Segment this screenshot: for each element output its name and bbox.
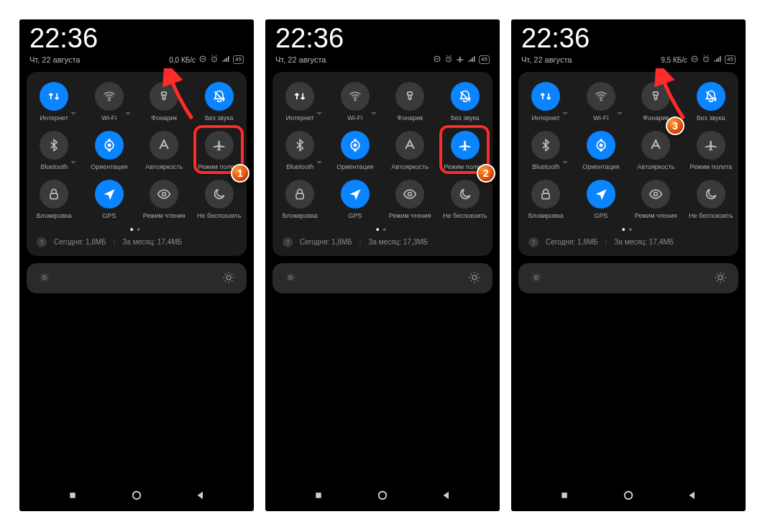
qs-tile-gps[interactable]: GPS bbox=[574, 175, 629, 224]
nav-home-button[interactable] bbox=[376, 489, 389, 503]
nav-back-button[interactable] bbox=[194, 489, 207, 503]
qs-tile-label: Bluetooth bbox=[286, 164, 313, 171]
qs-tile-label: Без звука bbox=[697, 115, 725, 122]
qs-tile-rotation[interactable]: Ориентация bbox=[328, 127, 383, 175]
nav-home-button[interactable] bbox=[622, 489, 635, 503]
brightness-high-icon bbox=[222, 271, 235, 285]
nav-bar bbox=[265, 481, 500, 511]
date-label: Чт, 22 августа bbox=[275, 55, 326, 64]
qs-tile-lock[interactable]: Блокировка bbox=[518, 175, 574, 224]
qs-tile-label: Автояркость bbox=[145, 164, 183, 171]
qs-tile-autobright[interactable]: Автояркость bbox=[382, 127, 438, 175]
qs-tile-airplane[interactable]: Режим полета bbox=[684, 127, 739, 175]
qs-tile-gps[interactable]: GPS bbox=[328, 175, 383, 224]
reading-icon bbox=[395, 180, 424, 208]
data-usage-row[interactable]: ?Сегодня: 1,8МБ|За месяц: 17,4МБ bbox=[518, 233, 738, 249]
expand-caret-icon bbox=[70, 161, 76, 164]
quick-settings-panel: ИнтернетWi-FiФонарикБез звукаBluetoothОр… bbox=[27, 72, 247, 256]
brightness-high-icon bbox=[468, 271, 481, 285]
usage-month: За месяц: 17,4МБ bbox=[614, 238, 674, 246]
brightness-slider[interactable] bbox=[27, 263, 247, 293]
expand-caret-icon bbox=[316, 161, 322, 164]
svg-point-29 bbox=[600, 144, 602, 146]
qs-tile-label: Wi-Fi bbox=[101, 115, 116, 122]
qs-tile-autobright[interactable]: Автояркость bbox=[137, 127, 192, 175]
nav-back-button[interactable] bbox=[686, 489, 699, 503]
qs-tile-flashlight[interactable]: Фонарик bbox=[382, 78, 438, 127]
svg-rect-15 bbox=[408, 92, 413, 95]
lock-icon bbox=[285, 180, 314, 208]
nav-recents-button[interactable] bbox=[558, 489, 571, 503]
network-speed: 9,5 КБ/с bbox=[661, 56, 687, 64]
help-icon: ? bbox=[283, 237, 293, 247]
autobright-icon bbox=[395, 131, 424, 160]
svg-point-33 bbox=[718, 275, 723, 280]
qs-tile-mute[interactable]: Без звука bbox=[438, 78, 493, 127]
brightness-low-icon bbox=[285, 272, 296, 284]
qs-tile-gps[interactable]: GPS bbox=[82, 175, 137, 224]
qs-tile-autobright[interactable]: Автояркость bbox=[628, 127, 684, 175]
date-label: Чт, 22 августа bbox=[29, 55, 80, 64]
svg-point-20 bbox=[289, 275, 293, 279]
qs-tile-label: Интернет bbox=[532, 115, 560, 122]
wifi-icon bbox=[341, 82, 370, 111]
qs-tile-bluetooth[interactable]: Bluetooth bbox=[27, 127, 82, 175]
brightness-high-icon bbox=[714, 271, 727, 285]
dnd-icon bbox=[697, 180, 725, 208]
qs-tile-internet[interactable]: Интернет bbox=[27, 78, 82, 127]
gps-icon bbox=[95, 180, 124, 208]
qs-tile-lock[interactable]: Блокировка bbox=[272, 175, 328, 224]
brightness-slider[interactable] bbox=[518, 263, 738, 293]
qs-tile-bluetooth[interactable]: Bluetooth bbox=[518, 127, 574, 175]
qs-tile-bluetooth[interactable]: Bluetooth bbox=[272, 127, 328, 175]
usage-month: За месяц: 17,4МБ bbox=[122, 238, 182, 246]
qs-tile-label: Wi-Fi bbox=[347, 115, 362, 122]
reading-icon bbox=[150, 180, 178, 208]
qs-tile-wifi[interactable]: Wi-Fi bbox=[328, 78, 383, 127]
qs-tile-mute[interactable]: Без звука bbox=[192, 78, 247, 127]
qs-tile-internet[interactable]: Интернет bbox=[518, 78, 574, 127]
battery-level: 45 bbox=[725, 55, 736, 64]
flashlight-icon bbox=[641, 82, 670, 111]
qs-tile-dnd[interactable]: Не беспокоить bbox=[684, 175, 739, 224]
qs-tile-lock[interactable]: Блокировка bbox=[27, 175, 82, 224]
nav-recents-button[interactable] bbox=[66, 489, 79, 503]
qs-tile-dnd[interactable]: Не беспокоить bbox=[438, 175, 493, 224]
airplane-status-icon bbox=[456, 55, 464, 65]
rotation-icon bbox=[587, 131, 615, 160]
qs-tile-dnd[interactable]: Не беспокоить bbox=[192, 175, 247, 224]
qs-tile-reading[interactable]: Режим чтения bbox=[382, 175, 438, 224]
alarm-status-icon bbox=[444, 55, 453, 65]
svg-point-17 bbox=[354, 144, 356, 146]
data-usage-row[interactable]: ?Сегодня: 1,8МБ|За месяц: 17,4МБ bbox=[27, 233, 247, 249]
nav-recents-button[interactable] bbox=[312, 489, 325, 503]
qs-tile-reading[interactable]: Режим чтения bbox=[628, 175, 684, 224]
expand-caret-icon bbox=[316, 112, 322, 115]
brightness-slider[interactable] bbox=[272, 263, 493, 293]
usage-today: Сегодня: 1,8МБ bbox=[54, 238, 106, 246]
qs-tile-internet[interactable]: Интернет bbox=[272, 78, 328, 127]
signal-status-icon bbox=[467, 55, 476, 65]
qs-tile-reading[interactable]: Режим чтения bbox=[137, 175, 192, 224]
qs-tile-airplane[interactable]: Режим полета bbox=[438, 127, 493, 175]
nav-back-button[interactable] bbox=[440, 489, 453, 503]
qs-tile-wifi[interactable]: Wi-Fi bbox=[574, 78, 629, 127]
qs-tile-airplane[interactable]: Режим полета bbox=[192, 127, 247, 175]
qs-tile-label: GPS bbox=[594, 213, 608, 220]
quick-settings-panel: ИнтернетWi-FiФонарикБез звукаBluetoothОр… bbox=[518, 72, 738, 256]
bluetooth-icon bbox=[531, 131, 560, 160]
data-usage-row[interactable]: ?Сегодня: 1,8МБ|За месяц: 17,3МБ bbox=[272, 233, 493, 249]
qs-tile-mute[interactable]: Без звука bbox=[684, 78, 739, 127]
battery-level: 45 bbox=[479, 55, 490, 64]
bluetooth-icon bbox=[285, 131, 314, 160]
qs-tile-label: Блокировка bbox=[528, 213, 564, 220]
qs-tile-wifi[interactable]: Wi-Fi bbox=[82, 78, 137, 127]
qs-tile-rotation[interactable]: Ориентация bbox=[574, 127, 629, 175]
qs-tile-flashlight[interactable]: Фонарик bbox=[137, 78, 192, 127]
svg-point-11 bbox=[133, 492, 141, 500]
qs-tile-rotation[interactable]: Ориентация bbox=[82, 127, 137, 175]
qs-tile-flashlight[interactable]: Фонарик bbox=[628, 78, 684, 127]
nav-home-button[interactable] bbox=[130, 489, 143, 503]
rotation-icon bbox=[95, 131, 124, 160]
airplane-icon bbox=[697, 131, 725, 160]
